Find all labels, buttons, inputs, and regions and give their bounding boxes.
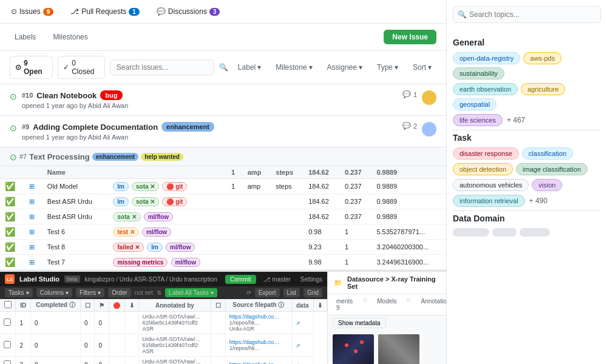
milestones-tab[interactable]: Milestones (48, 30, 92, 44)
show-metadata-btn[interactable]: Show metadata (333, 318, 386, 328)
table-row[interactable]: ✅ ⊞ Test 7 missing metrics ml/flow 9.98 (0, 255, 446, 270)
topic-vision[interactable]: vision (532, 179, 562, 191)
milestone-filter-btn[interactable]: Milestone ▾ (271, 61, 317, 74)
row4-tags: test ✕ ml/flow (108, 224, 226, 240)
ds-tab-models[interactable]: Models (375, 297, 399, 312)
table-row[interactable]: ✅ ⊞ Best ASR Urdu sota ✕ ml/flow 184.62 (0, 209, 446, 224)
col-tags (108, 166, 226, 179)
ls-col-c2: ⚑ (95, 299, 109, 312)
ls-table-row[interactable]: 2 0 0 0 Urdu-ASR-SOTA/raw/d746bca1e3de0.… (0, 334, 327, 357)
topic-open-data-registry[interactable]: open-data-registry (453, 52, 520, 64)
topic-sustainability[interactable]: sustainability (453, 67, 504, 79)
assignee-filter-btn[interactable]: Assignee ▾ (322, 61, 367, 74)
col-amp: amp (243, 166, 271, 179)
issue-10-label: bug (100, 90, 122, 100)
ls-table: ID Completed ⓘ ☐ ⚑ 🔴 ⬇ Annotated by ☐ So… (0, 299, 327, 364)
ds-tab-ments[interactable]: ments 9 (334, 297, 355, 312)
nav-discussions[interactable]: 💬 Discussions 3 (153, 5, 224, 18)
row3-cb[interactable] (4, 360, 11, 364)
row1-tags: lm sota ✕ 🔴 git (108, 179, 226, 194)
ls-col-c1: ☐ (81, 299, 95, 312)
list-btn[interactable]: List (283, 288, 300, 297)
issue-9-meta: opened 1 year ago by Abid Ali Awan (22, 133, 398, 141)
bottom-split: LS Label Studio beta kingabzpro / Urdu A… (0, 270, 446, 364)
topic-image-classification[interactable]: image classiftcation (516, 163, 588, 175)
ls-content: ID Completed ⓘ ☐ ⚑ 🔴 ⬇ Annotated by ☐ So… (0, 299, 327, 364)
issue-10-content: #10 Clean Notebook bug opened 1 year ago… (22, 90, 398, 109)
data-table-container: Name 1 amp steps 184.62 0.237 0.9889 ✅ (0, 166, 446, 270)
tasks-btn[interactable]: Tasks ▾ (5, 288, 33, 297)
search-submit-icon[interactable]: 🔍 (219, 63, 228, 72)
ds-image-item[interactable]: 00489.jpg (333, 334, 374, 364)
label-filter-btn[interactable]: Label ▾ (233, 61, 266, 74)
row1-cb[interactable] (4, 318, 11, 326)
search-issues-input[interactable] (110, 59, 214, 75)
task-section-title: Task (453, 133, 601, 143)
grid-btn[interactable]: Grid (304, 288, 322, 297)
table-row[interactable]: ✅ ⊞ Old Model lm sota ✕ 🔴 git 1 amp step… (0, 179, 446, 194)
row3-type: ⊞ (29, 213, 35, 220)
table-row[interactable]: ✅ ⊞ Best ASR Urdu lm sota ✕ 🔴 git (0, 194, 446, 209)
select-all-cb[interactable] (4, 301, 12, 308)
nav-pull-requests[interactable]: ⎇ Pull Requests 1 (67, 5, 143, 18)
sort-filter-btn[interactable]: Sort ▾ (408, 61, 436, 74)
columns-btn[interactable]: Columns ▾ (36, 288, 72, 297)
search-topics-input[interactable] (453, 6, 601, 23)
data-table: Name 1 amp steps 184.62 0.237 0.9889 ✅ (0, 166, 446, 270)
order-btn[interactable]: Order (108, 288, 131, 297)
pr-badge: 1 (129, 8, 140, 16)
topic-life-sciences[interactable]: life sciences (453, 114, 503, 126)
col-steps: steps (271, 166, 304, 179)
labels-tab[interactable]: Labels (10, 30, 41, 44)
issue-9-content: #9 Adding Complete Documentation enhance… (22, 122, 398, 141)
topic-information-retrieval[interactable]: information retrieval (453, 195, 525, 207)
topic-earth-observation[interactable]: earth observation (453, 83, 518, 95)
sync-icon[interactable]: ⟳ (246, 289, 251, 296)
task-topics-row2: object detection image classiftcation (453, 163, 601, 175)
topic-aws-pds[interactable]: aws-pds (523, 52, 561, 64)
ls-table-row[interactable]: 3 0 0 0 Urdu-ASR-SOTA/raw/d746bca1e3de0.… (0, 357, 327, 365)
open-filter[interactable]: ⊙ 9 Open (10, 56, 53, 79)
export-btn[interactable]: Export (255, 288, 280, 297)
topic-autonomous-vehicles[interactable]: autonomous vehicles (453, 179, 529, 191)
ls-title: Label Studio (19, 275, 59, 283)
nav-issues[interactable]: ⊙ Issues 9 (7, 5, 57, 18)
issue-item-9[interactable]: ⊙ #9 Adding Complete Documentation enhan… (0, 116, 446, 147)
topic-disaster-response[interactable]: disaster response (453, 147, 519, 160)
ls-commit-button[interactable]: Commit (225, 275, 256, 284)
data-domain-placeholder-1 (453, 228, 489, 237)
row2-name: Best ASR Urdu (42, 194, 108, 209)
issue-7-label1: enhancement (92, 153, 138, 161)
row6-status: ✅ (5, 257, 15, 267)
label-all-btn[interactable]: Label All Tasks ▾ (165, 288, 217, 297)
closed-count-label: 0 Closed (72, 59, 100, 76)
row4-type: ⊞ (29, 228, 35, 235)
table-row[interactable]: ✅ ⊞ Test 6 test ✕ ml/flow 0.98 1 (0, 224, 446, 240)
row1-name: Old Model (42, 179, 108, 194)
row5-tags: failed ✕ lm ml/flow (108, 240, 226, 255)
topic-classification[interactable]: classification (522, 147, 573, 160)
new-issue-button[interactable]: New Issue (384, 30, 436, 44)
issue-7-header[interactable]: ⊙ #7 Text Processing enhancement help wa… (0, 147, 446, 166)
ls-col-link: ⬇ (313, 299, 327, 312)
topic-geospatial[interactable]: geospatial (453, 98, 497, 110)
ds-tab-annotations[interactable]: Annotations (418, 297, 446, 312)
row2-type: ⊞ (29, 198, 35, 205)
issue-item-10[interactable]: ⊙ #10 Clean Notebook bug opened 1 year a… (0, 84, 446, 116)
type-filter-btn[interactable]: Type ▾ (372, 61, 403, 74)
filters-btn[interactable]: Filters ▾ (76, 288, 104, 297)
ls-table-row[interactable]: 1 0 0 0 Urdu-ASR-SOTA/raw/d746bca1e3de0.… (0, 312, 327, 334)
ds-image-00489-depth (378, 334, 419, 364)
row5-status: ✅ (5, 242, 15, 252)
row2-cb[interactable] (4, 341, 11, 348)
ls-settings[interactable]: Settings (300, 276, 322, 283)
col-name: Name (42, 166, 108, 179)
ds-image-item[interactable]: 00489_depth.png (378, 334, 420, 364)
closed-filter[interactable]: ✓ 0 Closed (58, 56, 105, 79)
issue-9-label: enhancement (161, 122, 214, 132)
topic-object-detection[interactable]: object detection (453, 163, 513, 175)
row2-status: ✅ (5, 197, 15, 206)
topic-agriculture[interactable]: agriculture (521, 83, 565, 95)
table-row[interactable]: ✅ ⊞ Test 8 failed ✕ lm ml/flow 9.23 (0, 240, 446, 255)
ls-branch: ⎇ master (263, 276, 291, 283)
